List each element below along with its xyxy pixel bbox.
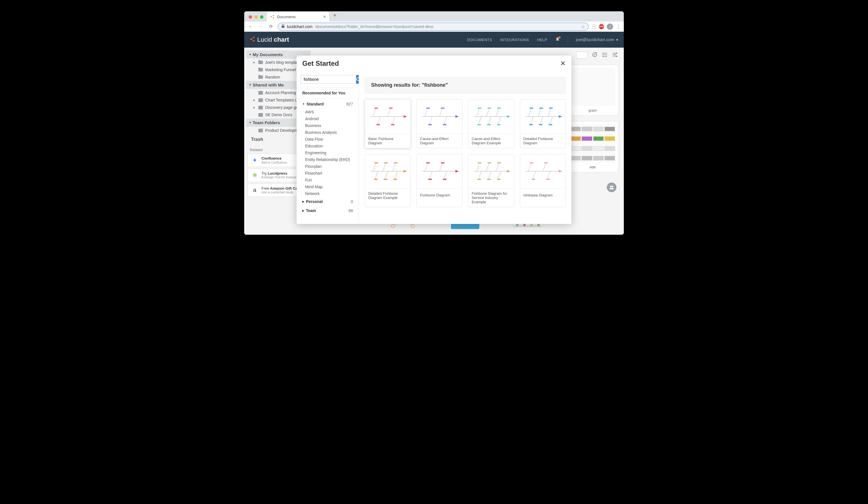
browser-tab[interactable]: Documents × (267, 12, 329, 21)
lucidchart-logo[interactable]: Lucidchart (250, 36, 289, 43)
svg-line-78 (496, 109, 498, 117)
svg-line-108 (550, 117, 552, 124)
sort-icon[interactable] (591, 52, 598, 58)
svg-line-158 (486, 164, 489, 171)
category-item[interactable]: Mind Map (297, 183, 359, 190)
category-list: ▼Standard827AWSAndroidBusinessBusiness A… (297, 98, 359, 224)
svg-point-38 (356, 78, 359, 81)
category-item[interactable]: Business Analysis (297, 129, 359, 136)
adblock-icon[interactable]: ABP (599, 24, 604, 29)
category-item[interactable]: Data Flow (297, 136, 359, 143)
svg-rect-105 (549, 108, 553, 109)
maximize-window-button[interactable] (260, 15, 264, 19)
category-item[interactable]: Floorplan (297, 163, 359, 170)
svg-line-144 (440, 164, 442, 171)
close-icon[interactable]: ✕ (560, 60, 566, 68)
bookmark-star-icon[interactable]: ☆ (581, 24, 585, 29)
list-view-icon[interactable] (602, 52, 608, 58)
svg-rect-131 (394, 162, 397, 163)
svg-rect-3 (282, 26, 285, 28)
recommended-header[interactable]: Recommended for You (297, 88, 359, 98)
svg-point-1 (273, 15, 274, 16)
category-item[interactable]: Android (297, 115, 359, 122)
category-group[interactable]: ▶Personal0 (297, 197, 359, 206)
template-card[interactable]: Detailed Fishbone Diagram Example (364, 154, 411, 207)
search-input[interactable] (301, 75, 356, 84)
svg-rect-135 (393, 179, 397, 180)
template-card[interactable]: Detailed Fishbone Diagram (520, 99, 566, 148)
svg-marker-61 (507, 115, 510, 118)
category-item[interactable]: Entity Relationship (ERD) (297, 156, 359, 163)
svg-rect-171 (497, 179, 500, 180)
forward-button[interactable]: → (257, 23, 264, 30)
template-card[interactable]: Fishbone Diagram (416, 154, 463, 207)
back-button[interactable]: ← (247, 23, 254, 30)
extension-icons: + ABP J ⋮ (592, 23, 621, 30)
svg-rect-71 (487, 108, 491, 109)
category-item[interactable]: Flowchart (297, 170, 359, 177)
svg-line-154 (479, 171, 481, 179)
browser-tab-bar: Documents × + (244, 11, 624, 21)
svg-line-150 (476, 164, 479, 171)
svg-line-134 (395, 171, 397, 179)
template-card[interactable]: Cause-and-Effect Diagram Example (468, 99, 514, 148)
category-group[interactable]: ▼Standard827 (297, 100, 359, 109)
header-divider (568, 36, 568, 44)
search-icon (356, 77, 359, 82)
svg-rect-75 (487, 124, 490, 125)
nav-documents[interactable]: DOCUMENTS (467, 38, 492, 42)
template-card[interactable]: Ishikawa Diagram (520, 154, 566, 207)
svg-line-58 (444, 117, 446, 124)
svg-rect-15 (604, 57, 607, 57)
grid-view-icon[interactable] (612, 52, 618, 58)
category-item[interactable]: Education (297, 143, 359, 149)
category-item[interactable]: Network (297, 190, 359, 197)
new-tab-button[interactable]: + (329, 12, 341, 21)
search-button[interactable] (356, 75, 359, 84)
svg-line-82 (498, 117, 500, 124)
category-item[interactable]: Fun (297, 177, 359, 183)
svg-rect-151 (478, 162, 481, 163)
svg-rect-89 (529, 108, 533, 109)
profile-avatar[interactable]: J (607, 23, 613, 30)
close-tab-icon[interactable]: × (323, 14, 326, 19)
url-path: /documents#docs?folder_id=home&browser=i… (315, 24, 434, 29)
template-preview (417, 154, 462, 188)
category-item[interactable]: Business (297, 122, 359, 129)
svg-rect-55 (428, 124, 432, 125)
svg-line-62 (476, 109, 479, 117)
chevron-down-icon: ▾ (616, 38, 618, 42)
user-menu[interactable]: joel@lucidchart.com ▾ (576, 38, 618, 42)
svg-line-178 (533, 171, 535, 179)
svg-rect-49 (391, 124, 395, 125)
nav-integrations[interactable]: INTEGRATIONS (500, 38, 529, 42)
svg-line-70 (486, 109, 489, 117)
svg-line-142 (430, 171, 432, 179)
category-item[interactable]: Engineering (297, 149, 359, 156)
template-card[interactable]: Basic Fishbone Diagram (364, 99, 411, 148)
category-group[interactable]: ▶Team68 (297, 206, 359, 215)
notifications-bell-icon[interactable] (555, 37, 560, 43)
svg-line-52 (425, 109, 427, 117)
svg-rect-12 (602, 54, 603, 55)
nav-help[interactable]: HELP (537, 38, 547, 42)
category-item[interactable]: AWS (297, 109, 359, 115)
browser-menu-icon[interactable]: ⋮ (616, 23, 621, 30)
tab-title: Documents (277, 15, 296, 19)
close-window-button[interactable] (249, 15, 252, 19)
extension-icon[interactable]: + (592, 25, 596, 29)
svg-line-130 (392, 164, 395, 171)
template-card[interactable]: Cause-and-Effect Diagram (416, 99, 463, 148)
svg-line-96 (538, 109, 540, 117)
reload-button[interactable]: ⟳ (267, 23, 274, 30)
minimize-window-button[interactable] (255, 15, 258, 19)
template-card[interactable]: Fishbone Diagram for Service Industry Ex… (468, 154, 514, 207)
svg-line-100 (540, 117, 542, 124)
filter-input[interactable] (576, 52, 588, 59)
svg-line-162 (488, 171, 491, 179)
svg-point-6 (253, 40, 255, 41)
chevron-down-icon: ▼ (249, 53, 251, 56)
modal-body: Recommended for You ▼Standard827AWSAndro… (297, 71, 571, 224)
address-bar[interactable]: lucidchart.com/documents#docs?folder_id=… (278, 23, 589, 31)
modal-results: Showing results for: "fishbone" Basic Fi… (359, 71, 571, 224)
